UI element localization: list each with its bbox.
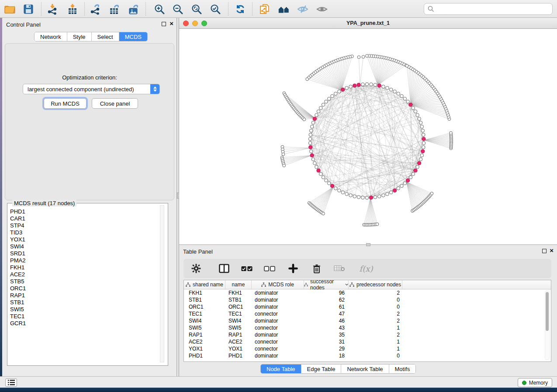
export-table-button[interactable] bbox=[108, 3, 121, 15]
function-builder-button[interactable]: f(x) bbox=[357, 263, 375, 274]
mcds-result-list[interactable]: PHD1CAR1STP4TID3YOX1SWI4SRD1PMA2FKH1ACE2… bbox=[10, 208, 26, 327]
mcds-result-item[interactable]: ACE2 bbox=[10, 271, 26, 278]
panel-menu-button[interactable] bbox=[5, 378, 17, 387]
table-row[interactable]: FKH1 FKH1 dominator 96 2 bbox=[184, 289, 551, 296]
table-row[interactable]: RAP1 RAP1 dominator 35 2 bbox=[184, 331, 551, 338]
table-tab[interactable]: Edge Table bbox=[301, 364, 341, 373]
duplicate-network-button[interactable] bbox=[258, 3, 270, 15]
cell-name: FKH1 bbox=[225, 290, 252, 296]
search-input[interactable] bbox=[437, 6, 552, 12]
float-panel-button[interactable] bbox=[162, 22, 166, 26]
table-row[interactable]: SWI4 SWI4 dominator 46 2 bbox=[184, 317, 551, 324]
column-header-label: shared name bbox=[193, 282, 223, 288]
control-tab[interactable]: MCDS bbox=[119, 32, 147, 41]
deselect-all-button[interactable] bbox=[264, 263, 275, 274]
mcds-result-item[interactable]: TEC1 bbox=[10, 313, 26, 320]
table-mode-button[interactable] bbox=[190, 263, 202, 274]
table-panel: Table Panel × f(x) bbox=[179, 244, 557, 376]
duplicate-network-icon bbox=[259, 3, 270, 15]
mcds-result-item[interactable]: STB5 bbox=[10, 278, 26, 285]
cell-shared-name: ACE2 bbox=[184, 339, 225, 345]
export-image-button[interactable] bbox=[128, 3, 140, 15]
zoom-fit-button[interactable] bbox=[190, 3, 203, 15]
table-row[interactable]: SWI5 SWI5 connector 43 1 bbox=[184, 324, 551, 331]
mcds-result-item[interactable]: YOX1 bbox=[10, 236, 26, 243]
hide-selected-button[interactable] bbox=[297, 3, 309, 15]
show-columns-button[interactable] bbox=[218, 263, 230, 274]
mcds-result-item[interactable]: SRD1 bbox=[10, 250, 26, 257]
run-mcds-button[interactable]: Run MCDS bbox=[44, 98, 86, 109]
table-tab[interactable]: Network Table bbox=[341, 364, 388, 373]
optimization-select[interactable]: largest connected component (undirected) bbox=[23, 84, 160, 94]
column-header[interactable]: successor nodes bbox=[304, 280, 349, 289]
import-table-button[interactable] bbox=[66, 3, 79, 15]
mcds-result-item[interactable]: FKH1 bbox=[10, 264, 26, 271]
checked-boxes-icon bbox=[241, 266, 253, 272]
mcds-result-item[interactable]: CAR1 bbox=[10, 215, 26, 222]
memory-button[interactable]: Memory bbox=[518, 378, 552, 387]
export-network-button[interactable] bbox=[89, 3, 101, 15]
close-table-panel-button[interactable]: × bbox=[550, 247, 554, 254]
table-row[interactable]: PHD1 PHD1 dominator 18 0 bbox=[184, 352, 551, 359]
mcds-result-item[interactable]: TID3 bbox=[10, 229, 26, 236]
column-header-label: predecessor nodes bbox=[356, 282, 401, 288]
import-network-button[interactable] bbox=[46, 3, 59, 15]
mcds-result-item[interactable]: ORC1 bbox=[10, 285, 26, 292]
mcds-result-item[interactable]: STB1 bbox=[10, 299, 26, 306]
show-all-button[interactable] bbox=[316, 3, 328, 15]
table-row[interactable]: TEC1 TEC1 connector 47 2 bbox=[184, 310, 551, 317]
cell-predecessor-nodes: 2 bbox=[349, 318, 402, 324]
first-neighbors-button[interactable] bbox=[278, 3, 290, 15]
mcds-result-item[interactable]: SWI5 bbox=[10, 306, 26, 313]
cell-name: YOX1 bbox=[225, 346, 252, 352]
table-panel-header: Table Panel × bbox=[179, 245, 557, 257]
mcds-panel: Optimization criterion: largest connecte… bbox=[5, 43, 174, 200]
table-scrollbar-thumb[interactable] bbox=[546, 292, 549, 331]
refresh-view-button[interactable] bbox=[234, 3, 246, 15]
result-scrollbar[interactable] bbox=[160, 205, 164, 362]
zoom-selected-icon bbox=[210, 3, 221, 15]
column-header[interactable]: shared name bbox=[184, 280, 225, 289]
close-panel-button[interactable]: Close panel bbox=[92, 98, 138, 109]
cell-successor-nodes: 61 bbox=[304, 304, 349, 310]
delete-columns-button[interactable] bbox=[311, 263, 322, 274]
mcds-result-item[interactable]: RAP1 bbox=[10, 292, 26, 299]
save-session-button[interactable] bbox=[22, 3, 35, 15]
table-tab[interactable]: Motifs bbox=[389, 364, 416, 373]
mcds-result-item[interactable]: STP4 bbox=[10, 222, 26, 229]
table-row[interactable]: ORC1 ORC1 dominator 61 0 bbox=[184, 303, 551, 310]
cell-shared-name: RAP1 bbox=[184, 332, 225, 338]
fx-icon: f(x) bbox=[360, 264, 373, 273]
table-row[interactable]: STB1 STB1 dominator 62 0 bbox=[184, 296, 551, 303]
desktop-bottom-edge bbox=[0, 388, 557, 392]
cell-name: TEC1 bbox=[225, 311, 252, 317]
column-header[interactable]: MCDS role bbox=[252, 280, 304, 289]
select-all-button[interactable] bbox=[241, 263, 253, 274]
mcds-result-item[interactable]: GCR1 bbox=[10, 320, 26, 327]
zoom-in-button[interactable] bbox=[153, 3, 166, 15]
close-panel-icon-button[interactable]: × bbox=[170, 20, 173, 27]
table-scrollbar[interactable] bbox=[545, 290, 550, 360]
network-graph[interactable] bbox=[179, 29, 557, 244]
delete-table-button[interactable] bbox=[334, 263, 345, 274]
mcds-result-item[interactable]: SWI4 bbox=[10, 243, 26, 250]
column-header[interactable]: name bbox=[225, 280, 252, 289]
table-row[interactable]: YOX1 YOX1 connector 29 1 bbox=[184, 345, 551, 352]
delete-table-icon bbox=[334, 265, 345, 272]
control-tab[interactable]: Select bbox=[91, 32, 119, 41]
column-header[interactable]: predecessor nodes bbox=[349, 280, 402, 289]
table-row[interactable]: ACE2 ACE2 connector 31 1 bbox=[184, 338, 551, 345]
control-panel-header: Control Panel × bbox=[2, 18, 176, 30]
control-tab[interactable]: Style bbox=[67, 32, 91, 41]
control-tab[interactable]: Network bbox=[35, 32, 67, 41]
zoom-selected-button[interactable] bbox=[209, 3, 221, 15]
float-table-panel-button[interactable] bbox=[542, 249, 547, 253]
cell-predecessor-nodes: 2 bbox=[349, 290, 402, 296]
zoom-out-button[interactable] bbox=[172, 3, 184, 15]
mcds-result-item[interactable]: PHD1 bbox=[10, 208, 26, 215]
open-file-button[interactable] bbox=[3, 3, 16, 15]
table-tab[interactable]: Node Table bbox=[261, 364, 301, 373]
create-column-button[interactable] bbox=[287, 263, 299, 274]
mcds-result-item[interactable]: PMA2 bbox=[10, 257, 26, 264]
cell-predecessor-nodes: 1 bbox=[349, 346, 402, 352]
